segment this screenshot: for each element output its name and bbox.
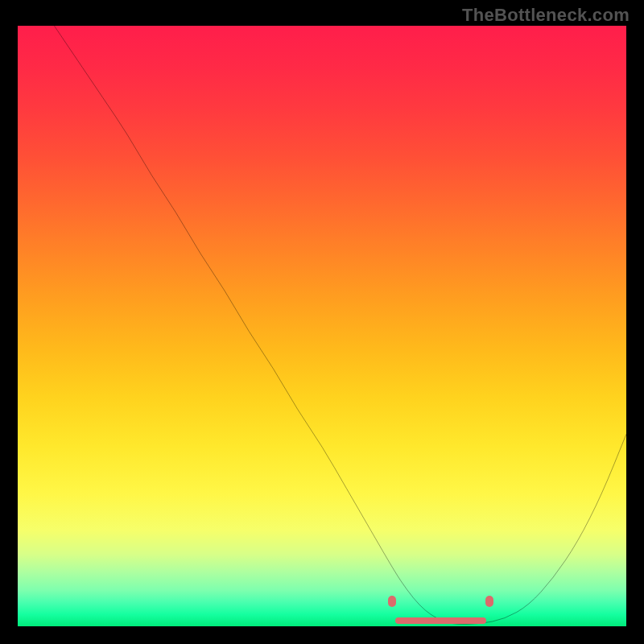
chart-marker-left [388,596,396,607]
chart-marker-bar [395,617,486,624]
chart-curve [18,26,626,626]
chart-marker-right [485,596,493,607]
chart-plot-area [18,26,626,626]
watermark-text: TheBottleneck.com [462,5,630,26]
